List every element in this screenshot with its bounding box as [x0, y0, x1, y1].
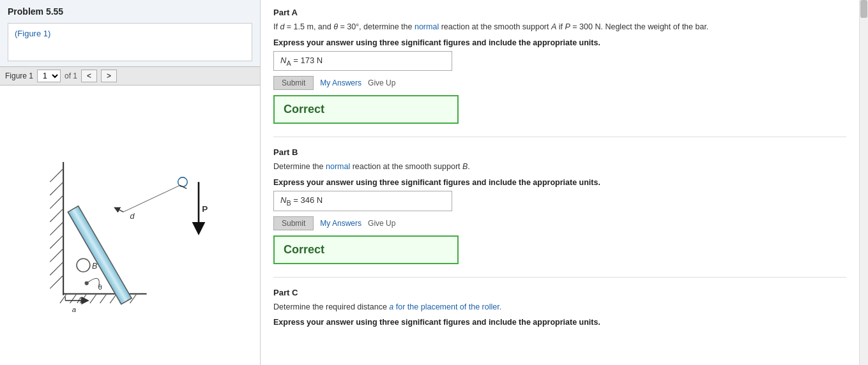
next-button[interactable]: >	[101, 70, 117, 82]
scrollbar-thumb[interactable]	[860, 0, 867, 18]
part-a-action-row: Submit My Answers Give Up	[273, 76, 846, 90]
svg-line-9	[50, 275, 63, 288]
svg-line-1	[50, 168, 63, 182]
part-b-express-label: Express your answer using three signific…	[273, 178, 846, 187]
svg-line-29	[117, 209, 123, 212]
part-a-answer-value: NA = 173 N	[280, 56, 323, 65]
part-a-my-answers-link[interactable]: My Answers	[320, 78, 362, 87]
scrollbar-track[interactable]	[859, 0, 868, 365]
svg-line-4	[50, 209, 63, 222]
svg-text:B: B	[92, 262, 97, 271]
left-panel: Problem 5.55 (Figure 1) Figure 1 1 of 1 …	[0, 0, 261, 365]
part-a-description: If d = 1.5 m, and θ = 30°, determine the…	[273, 21, 846, 33]
svg-text:P: P	[202, 204, 208, 214]
svg-line-7	[50, 249, 63, 262]
svg-text:θ: θ	[98, 283, 102, 291]
part-a-give-up-link[interactable]: Give Up	[368, 78, 395, 87]
prev-button[interactable]: <	[81, 70, 97, 82]
svg-line-15	[100, 294, 107, 303]
figure-canvas: B A P d	[0, 86, 260, 365]
part-b-section: Part B Determine the normal reaction at …	[273, 147, 846, 277]
part-b-answer-box: NB = 346 N	[273, 191, 452, 211]
svg-line-12	[70, 294, 77, 303]
part-b-my-answers-link[interactable]: My Answers	[320, 219, 362, 228]
figure-svg: B A P d	[0, 86, 260, 365]
part-a-submit-button[interactable]: Submit	[273, 76, 314, 90]
part-c-description: Determine the required distance a for th…	[273, 301, 846, 313]
svg-line-5	[50, 222, 63, 235]
svg-line-14	[90, 294, 96, 303]
part-a-title: Part A	[273, 8, 846, 17]
part-b-correct-box: Correct	[273, 235, 459, 264]
part-a-answer-box: NA = 173 N	[273, 51, 452, 71]
part-c-section: Part C Determine the required distance a…	[273, 288, 846, 341]
problem-title: Problem 5.55	[0, 0, 260, 23]
part-b-action-row: Submit My Answers Give Up	[273, 216, 846, 230]
part-b-description: Determine the normal reaction at the smo…	[273, 161, 846, 173]
part-a-section: Part A If d = 1.5 m, and θ = 30°, determ…	[273, 8, 846, 137]
part-b-title: Part B	[273, 147, 846, 157]
part-b-answer-value: NB = 346 N	[280, 195, 323, 205]
part-a-correct-box: Correct	[273, 95, 459, 124]
figure-controls: Figure 1 1 of 1 < >	[0, 66, 260, 86]
svg-line-8	[50, 262, 63, 275]
svg-text:a: a	[72, 306, 76, 313]
figure-label: Figure 1	[5, 71, 33, 80]
svg-point-20	[77, 258, 90, 272]
part-c-express-label: Express your answer using three signific…	[273, 318, 846, 327]
figure-of-label: of 1	[65, 71, 77, 80]
part-a-express-label: Express your answer using three signific…	[273, 38, 846, 47]
right-panel: Part A If d = 1.5 m, and θ = 30°, determ…	[261, 0, 859, 365]
figure-select[interactable]: 1	[37, 70, 61, 82]
figure-link[interactable]: (Figure 1)	[15, 29, 50, 38]
svg-text:d: d	[130, 212, 135, 221]
svg-line-28	[123, 185, 180, 212]
part-c-title: Part C	[273, 288, 846, 297]
svg-line-6	[50, 235, 63, 249]
svg-line-2	[50, 182, 63, 195]
figure-link-box: (Figure 1)	[8, 23, 252, 61]
svg-line-3	[50, 195, 63, 209]
part-b-give-up-link[interactable]: Give Up	[368, 219, 395, 228]
part-b-submit-button[interactable]: Submit	[273, 216, 314, 230]
